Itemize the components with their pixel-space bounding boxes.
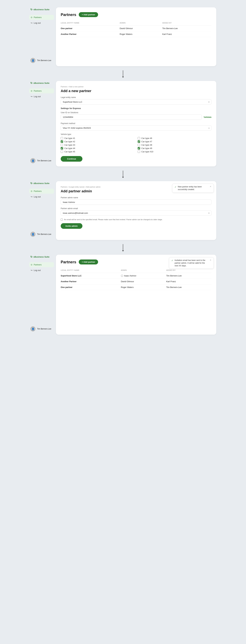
toast-close-4[interactable]: ✕ — [210, 259, 211, 261]
sidebar-item-partners-1[interactable]: ⊙ Partners — [29, 15, 54, 20]
sidebar-3: ↻ sBusiness Suite ⊙ Partners ↪ Log out 👤… — [27, 178, 56, 242]
checkbox-item-10[interactable]: Car type #10 — [138, 150, 212, 153]
checkbox-item-5[interactable]: Car type #3 — [61, 144, 135, 146]
main-card-3: ✓ New partner entity has been succesfull… — [56, 181, 216, 240]
pending-icon — [121, 275, 123, 277]
add-partner-button-4[interactable]: + Add partner — [79, 260, 98, 264]
vehicle-checkbox-8[interactable] — [138, 147, 140, 150]
col-header-entity-1: Legal entity name — [61, 21, 120, 26]
toast-4: ✓ Invitation email has been sent to the … — [169, 257, 214, 269]
avatar-2: 👤 — [30, 158, 35, 163]
toast-close-3[interactable]: ✕ — [210, 186, 211, 188]
partners-table-4: Legal entity name Admin Added by Superfo… — [61, 268, 212, 290]
payment-select[interactable]: Visa •••• 4162 expires 05/2023 — [61, 125, 212, 130]
sidebar-1: ↻ sBusiness Suite ⊙ Partners ↪ Log out 👤… — [27, 5, 56, 69]
app-logo-3: ↻ sBusiness Suite — [27, 182, 56, 189]
entity-cell: One partner — [61, 26, 120, 31]
sidebar-item-logout-4[interactable]: ↪ Log out — [29, 268, 54, 273]
sidebar-label-partners-1: Partners — [34, 16, 41, 18]
logo-icon-4: ↻ — [30, 255, 32, 258]
screen-4: ↻ sBusiness Suite ⊙ Partners ↪ Log out 👤… — [27, 252, 219, 337]
col-header-added-by-1: Added by — [162, 21, 212, 26]
checkbox-item-3[interactable]: Car type #2 — [61, 140, 135, 143]
screen-2: ↻ sBusiness Suite ⊙ Partners ↪ Log out 👤… — [27, 78, 219, 169]
checkbox-item-7[interactable]: Car type #4 — [61, 147, 135, 150]
partners-icon-4: ⊙ — [31, 264, 32, 266]
toast-icon-4: ✓ — [171, 259, 173, 262]
vehicle-checkbox-7[interactable] — [61, 147, 63, 150]
vehicle-checkbox-10[interactable] — [138, 150, 140, 153]
sidebar-nav-2: ⊙ Partners ↪ Log out — [27, 88, 56, 156]
vehicle-checkbox-label-7: Car type #4 — [64, 147, 75, 150]
user-name-1: Tim Berners-Lee — [37, 59, 51, 62]
checkbox-item-9[interactable]: Car type #5 — [61, 150, 135, 153]
legal-entity-label: Legal entity name — [61, 96, 212, 98]
sidebar-label-logout-1: Log out — [34, 22, 40, 24]
col-header-admin-4: Admin — [121, 268, 166, 273]
legal-entity-input[interactable] — [61, 99, 212, 104]
entity-cell: Another Partner — [61, 31, 120, 37]
add-partner-button-1[interactable]: + Add partner — [79, 12, 98, 17]
sidebar-label-logout-3: Log out — [34, 196, 40, 198]
added-by-cell: Karl Franz — [166, 279, 212, 284]
sidebar-item-logout-2[interactable]: ↪ Log out — [29, 94, 54, 99]
vehicle-checkbox-2[interactable] — [138, 137, 140, 140]
sidebar-item-partners-3[interactable]: ⊙ Partners — [29, 189, 54, 194]
user-id-label: User ID on Solutions — [61, 112, 212, 114]
vehicle-checkbox-4[interactable] — [138, 140, 140, 143]
checkbox-item-4[interactable]: Car type #7 — [138, 140, 212, 143]
legal-entity-clear-btn[interactable]: ✕ — [208, 101, 210, 103]
admin-email-input[interactable] — [61, 210, 212, 216]
app-name-2: sBusiness Suite — [33, 82, 49, 84]
sidebar-item-logout-1[interactable]: ↪ Log out — [29, 20, 54, 26]
sidebar-nav-1: ⊙ Partners ↪ Log out — [27, 15, 56, 55]
app-name-4: sBusiness Suite — [33, 256, 49, 258]
checkbox-item-1[interactable]: Car type #1 — [61, 137, 135, 140]
checkbox-item-2[interactable]: Car type #6 — [138, 137, 212, 140]
note-checkbox[interactable] — [61, 218, 63, 221]
sidebar-label-partners-2: Partners — [34, 90, 41, 92]
col-header-added-by-4: Added by — [166, 268, 212, 273]
admin-name-input[interactable] — [61, 200, 212, 205]
continue-button[interactable]: Continue — [61, 156, 82, 162]
settings-section-title: Settings for Express — [61, 107, 212, 110]
admin-email-clear-btn[interactable]: ✕ — [208, 212, 210, 214]
app-logo-2: ↻ sBusiness Suite — [27, 82, 56, 88]
admin-name-group: Partner admin name — [61, 196, 212, 205]
payment-group: Payment method Visa •••• 4162 expires 05… — [61, 122, 212, 130]
sidebar-item-partners-2[interactable]: ⊙ Partners — [29, 88, 54, 93]
user-id-input[interactable] — [61, 114, 202, 120]
entity-cell: Superfood Store LLC — [61, 273, 121, 279]
invite-admin-button[interactable]: Invite admin — [61, 223, 82, 229]
sidebar-footer-2: 👤 Tim Berners-Lee — [27, 156, 56, 166]
vehicle-checkbox-6[interactable] — [138, 144, 140, 146]
partners-header-1: Partners + Add partner — [61, 12, 212, 17]
sidebar-label-partners-4: Partners — [34, 264, 41, 266]
app-logo-4: ↻ sBusiness Suite — [27, 255, 56, 262]
checkbox-item-6[interactable]: Car type #8 — [138, 144, 212, 146]
vehicle-checkbox-label-9: Car type #5 — [64, 150, 75, 153]
admin-cell: David Gilmour — [121, 279, 166, 284]
vehicle-checkbox-9[interactable] — [61, 150, 63, 153]
arrow-line-3 — [123, 244, 123, 250]
vehicle-checkbox-1[interactable] — [61, 137, 63, 140]
vehicle-checkbox-label-5: Car type #3 — [64, 144, 75, 146]
validate-button[interactable]: Validate — [204, 116, 212, 118]
arrow-line-1 — [123, 70, 123, 77]
app-logo-1: ↻ sBusiness Suite — [27, 8, 56, 15]
legal-entity-input-wrapper: ✕ — [61, 99, 212, 104]
vehicle-checkbox-label-10: Car type #10 — [141, 150, 153, 153]
arrow-3 — [27, 242, 219, 252]
sidebar-item-logout-3[interactable]: ↪ Log out — [29, 194, 54, 199]
sidebar-item-partners-4[interactable]: ⊙ Partners — [29, 262, 54, 267]
vehicle-checkbox-5[interactable] — [61, 144, 63, 146]
checkbox-item-8[interactable]: Car type #9 — [138, 147, 212, 150]
user-name-4: Tim Berners-Lee — [37, 328, 51, 330]
admin-email-input-wrapper: ✕ — [61, 210, 212, 216]
form-title-2: Add a new partner — [61, 89, 212, 93]
vehicle-checkbox-3[interactable] — [61, 140, 63, 143]
arrow-1 — [27, 69, 219, 78]
sidebar-nav-3: ⊙ Partners ↪ Log out — [27, 189, 56, 229]
entity-cell: One partner — [61, 284, 121, 290]
admin-cell: Roger Waters — [121, 284, 166, 290]
